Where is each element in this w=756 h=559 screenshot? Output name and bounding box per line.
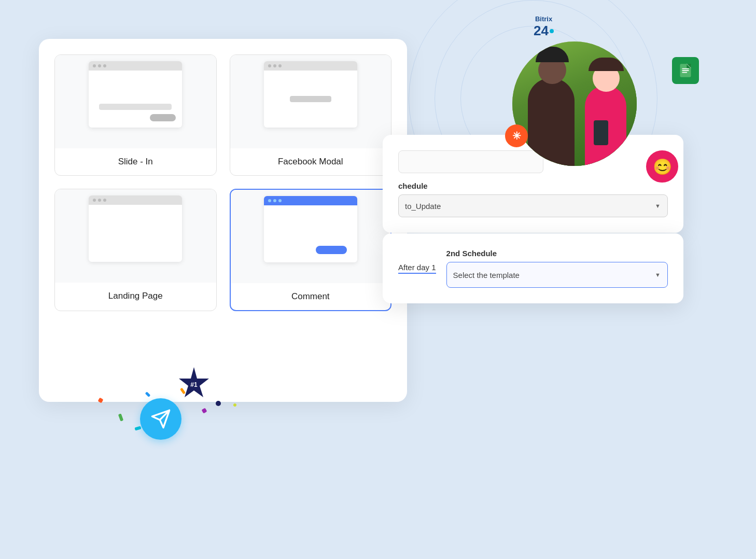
facebook-modal-label: Facebook Modal bbox=[230, 148, 391, 175]
dot1 bbox=[93, 64, 96, 67]
schedule-select-group: 2nd Schedule Select the template bbox=[446, 249, 668, 288]
asterisk-symbol: ✳ bbox=[512, 130, 521, 142]
google-sheets-icon bbox=[672, 57, 699, 84]
avatar bbox=[512, 41, 637, 166]
template-grid: Slide - In Facebook Modal bbox=[54, 54, 391, 311]
dot3 bbox=[278, 199, 282, 202]
dot-accent-1 bbox=[216, 401, 221, 406]
comment-label: Comment bbox=[231, 283, 391, 310]
mock-button-blue bbox=[316, 246, 347, 254]
after-day-label: After day 1 bbox=[398, 263, 436, 274]
dot2 bbox=[273, 64, 276, 67]
bitrix-logo-24: 24 bbox=[534, 23, 554, 39]
mock-button-gray bbox=[150, 114, 176, 121]
schedule-select[interactable]: to_Update bbox=[398, 194, 668, 217]
dot1 bbox=[268, 64, 271, 67]
browser-bar-1 bbox=[89, 61, 182, 71]
slide-in-label: Slide - In bbox=[55, 148, 216, 175]
template-panel: Slide - In Facebook Modal bbox=[39, 39, 407, 402]
facebook-modal-preview bbox=[230, 55, 391, 148]
telegram-button[interactable] bbox=[140, 398, 181, 440]
template-card-facebook-modal[interactable]: Facebook Modal bbox=[230, 54, 392, 176]
dot3 bbox=[103, 199, 106, 202]
person-left-body bbox=[528, 78, 575, 166]
comment-browser bbox=[264, 196, 357, 262]
template-card-slide-in[interactable]: Slide - In bbox=[54, 54, 217, 176]
telegram-icon bbox=[150, 409, 171, 429]
schedule-row: After day 1 2nd Schedule Select the temp… bbox=[398, 249, 668, 288]
dot2 bbox=[98, 64, 101, 67]
schedule-label: chedule bbox=[398, 181, 668, 190]
smiley-symbol: 😊 bbox=[653, 158, 672, 176]
landing-page-preview bbox=[55, 189, 216, 283]
dot1 bbox=[268, 199, 271, 202]
dot1 bbox=[93, 199, 96, 202]
dot3 bbox=[103, 64, 106, 67]
template-card-landing-page[interactable]: Landing Page bbox=[54, 189, 217, 311]
slide-in-preview bbox=[55, 55, 216, 148]
landing-page-label: Landing Page bbox=[55, 283, 216, 310]
smiley-icon: 😊 bbox=[646, 150, 678, 183]
mock-content-bar bbox=[99, 104, 172, 110]
dot2 bbox=[273, 199, 276, 202]
browser-body-4 bbox=[264, 205, 357, 262]
landing-browser bbox=[89, 195, 182, 262]
browser-body-2 bbox=[264, 71, 357, 128]
bitrix-logo-text: Bitrix bbox=[535, 16, 552, 23]
phone-device bbox=[594, 120, 608, 145]
browser-bar-2 bbox=[264, 61, 357, 71]
bitrix-dot bbox=[550, 29, 554, 33]
browser-body-1 bbox=[89, 71, 182, 128]
comment-preview bbox=[231, 190, 391, 283]
template-card-comment[interactable]: Comment bbox=[230, 189, 392, 311]
slide-in-browser bbox=[89, 61, 182, 128]
badge-container: #1 bbox=[176, 366, 212, 403]
facebook-browser bbox=[264, 61, 357, 128]
second-schedule-panel: After day 1 2nd Schedule Select the temp… bbox=[383, 233, 683, 303]
asterisk-icon: ✳ bbox=[505, 124, 528, 147]
bitrix-logo: Bitrix 24 bbox=[534, 16, 554, 39]
template-select-wrapper[interactable]: Select the template bbox=[446, 262, 668, 288]
badge-text: #1 bbox=[190, 381, 197, 388]
first-schedule-section: chedule to_Update bbox=[398, 181, 668, 217]
avatar-photo bbox=[512, 41, 637, 166]
mock-center-bar bbox=[290, 96, 331, 102]
second-schedule-label: 2nd Schedule bbox=[446, 249, 668, 258]
browser-body-3 bbox=[89, 205, 182, 262]
dot3 bbox=[278, 64, 282, 67]
browser-bar-3 bbox=[89, 195, 182, 205]
template-select[interactable]: Select the template bbox=[446, 262, 668, 288]
person-left-head bbox=[538, 56, 566, 84]
dot2 bbox=[98, 199, 101, 202]
person-right-head bbox=[593, 65, 620, 92]
browser-bar-blue bbox=[264, 196, 357, 205]
schedule-select-wrapper[interactable]: to_Update bbox=[398, 194, 668, 217]
